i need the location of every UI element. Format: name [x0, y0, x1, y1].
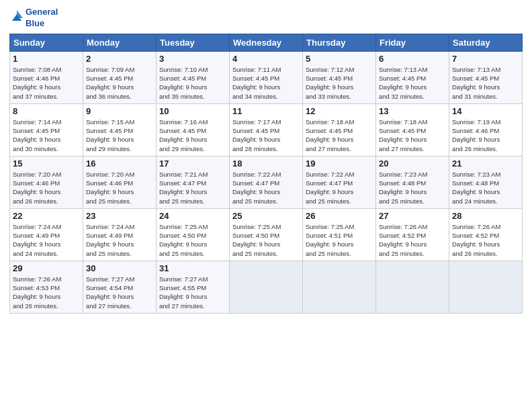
day-info: Sunrise: 7:27 AM Sunset: 4:55 PM Dayligh… — [159, 275, 226, 310]
day-number: 23 — [86, 211, 153, 221]
logo-text: General Blue — [26, 7, 58, 30]
day-info: Sunrise: 7:11 AM Sunset: 4:45 PM Dayligh… — [232, 65, 300, 101]
day-number: 13 — [379, 106, 446, 116]
day-cell: 27Sunrise: 7:26 AM Sunset: 4:52 PM Dayli… — [376, 208, 449, 261]
day-number: 24 — [159, 211, 226, 221]
day-info: Sunrise: 7:08 AM Sunset: 4:46 PM Dayligh… — [13, 65, 80, 101]
logo-line2: Blue — [26, 18, 58, 30]
header-cell-sunday: Sunday — [10, 34, 83, 51]
day-cell: 8Sunrise: 7:14 AM Sunset: 4:45 PM Daylig… — [10, 103, 83, 156]
week-row-1: 1Sunrise: 7:08 AM Sunset: 4:46 PM Daylig… — [10, 51, 523, 103]
day-info: Sunrise: 7:16 AM Sunset: 4:45 PM Dayligh… — [159, 118, 226, 153]
day-cell: 26Sunrise: 7:25 AM Sunset: 4:51 PM Dayli… — [303, 208, 376, 261]
day-info: Sunrise: 7:18 AM Sunset: 4:45 PM Dayligh… — [306, 118, 373, 153]
day-info: Sunrise: 7:26 AM Sunset: 4:53 PM Dayligh… — [13, 275, 80, 310]
day-cell: 19Sunrise: 7:22 AM Sunset: 4:47 PM Dayli… — [303, 156, 376, 208]
day-info: Sunrise: 7:26 AM Sunset: 4:52 PM Dayligh… — [379, 222, 446, 258]
day-number: 15 — [13, 158, 80, 169]
header: General Blue — [9, 7, 523, 30]
day-cell — [449, 261, 523, 313]
logo: General Blue — [9, 7, 58, 30]
day-cell: 3Sunrise: 7:10 AM Sunset: 4:45 PM Daylig… — [157, 51, 230, 103]
day-number: 10 — [159, 106, 226, 116]
day-cell: 2Sunrise: 7:09 AM Sunset: 4:45 PM Daylig… — [83, 51, 157, 103]
day-info: Sunrise: 7:25 AM Sunset: 4:50 PM Dayligh… — [232, 222, 300, 258]
header-row: SundayMondayTuesdayWednesdayThursdayFrid… — [10, 34, 523, 51]
day-info: Sunrise: 7:15 AM Sunset: 4:45 PM Dayligh… — [86, 118, 153, 153]
page: General Blue SundayMondayTuesdayWednesda… — [0, 0, 532, 411]
day-number: 27 — [379, 211, 446, 221]
day-number: 25 — [232, 211, 300, 221]
day-cell: 10Sunrise: 7:16 AM Sunset: 4:45 PM Dayli… — [157, 103, 230, 156]
day-cell: 7Sunrise: 7:13 AM Sunset: 4:45 PM Daylig… — [449, 51, 523, 103]
week-row-4: 22Sunrise: 7:24 AM Sunset: 4:49 PM Dayli… — [10, 208, 523, 261]
day-cell: 17Sunrise: 7:21 AM Sunset: 4:47 PM Dayli… — [157, 156, 230, 208]
day-number: 26 — [306, 211, 373, 221]
day-info: Sunrise: 7:27 AM Sunset: 4:54 PM Dayligh… — [86, 275, 153, 310]
day-number: 31 — [159, 263, 226, 273]
week-row-5: 29Sunrise: 7:26 AM Sunset: 4:53 PM Dayli… — [10, 261, 523, 313]
day-cell: 16Sunrise: 7:20 AM Sunset: 4:46 PM Dayli… — [83, 156, 157, 208]
day-info: Sunrise: 7:10 AM Sunset: 4:45 PM Dayligh… — [159, 65, 226, 101]
day-cell: 31Sunrise: 7:27 AM Sunset: 4:55 PM Dayli… — [157, 261, 230, 313]
day-number: 16 — [86, 158, 153, 169]
day-number: 14 — [452, 106, 519, 116]
day-cell: 24Sunrise: 7:25 AM Sunset: 4:50 PM Dayli… — [157, 208, 230, 261]
week-row-3: 15Sunrise: 7:20 AM Sunset: 4:46 PM Dayli… — [10, 156, 523, 208]
day-number: 22 — [13, 211, 80, 221]
day-cell: 13Sunrise: 7:18 AM Sunset: 4:45 PM Dayli… — [376, 103, 449, 156]
day-cell — [376, 261, 449, 313]
day-info: Sunrise: 7:21 AM Sunset: 4:47 PM Dayligh… — [159, 170, 226, 205]
header-cell-thursday: Thursday — [303, 34, 376, 51]
day-info: Sunrise: 7:25 AM Sunset: 4:50 PM Dayligh… — [159, 222, 226, 258]
day-cell: 30Sunrise: 7:27 AM Sunset: 4:54 PM Dayli… — [83, 261, 157, 313]
day-number: 7 — [452, 54, 519, 64]
header-cell-tuesday: Tuesday — [157, 34, 230, 51]
calendar-table: SundayMondayTuesdayWednesdayThursdayFrid… — [9, 34, 523, 314]
day-number: 2 — [86, 54, 153, 64]
day-info: Sunrise: 7:09 AM Sunset: 4:45 PM Dayligh… — [86, 65, 153, 101]
day-cell: 20Sunrise: 7:23 AM Sunset: 4:48 PM Dayli… — [376, 156, 449, 208]
header-cell-friday: Friday — [376, 34, 449, 51]
day-info: Sunrise: 7:20 AM Sunset: 4:46 PM Dayligh… — [13, 170, 80, 205]
day-info: Sunrise: 7:19 AM Sunset: 4:46 PM Dayligh… — [452, 118, 519, 153]
day-number: 19 — [306, 158, 373, 169]
day-cell: 15Sunrise: 7:20 AM Sunset: 4:46 PM Dayli… — [10, 156, 83, 208]
logo-line1: General — [26, 7, 58, 18]
header-cell-wednesday: Wednesday — [230, 34, 303, 51]
day-cell: 9Sunrise: 7:15 AM Sunset: 4:45 PM Daylig… — [83, 103, 157, 156]
day-number: 29 — [13, 263, 80, 273]
day-number: 11 — [232, 106, 300, 116]
day-info: Sunrise: 7:17 AM Sunset: 4:45 PM Dayligh… — [232, 118, 300, 153]
day-info: Sunrise: 7:25 AM Sunset: 4:51 PM Dayligh… — [306, 222, 373, 258]
day-number: 17 — [159, 158, 226, 169]
day-cell: 28Sunrise: 7:26 AM Sunset: 4:52 PM Dayli… — [449, 208, 523, 261]
header-cell-saturday: Saturday — [449, 34, 523, 51]
day-cell: 14Sunrise: 7:19 AM Sunset: 4:46 PM Dayli… — [449, 103, 523, 156]
day-info: Sunrise: 7:20 AM Sunset: 4:46 PM Dayligh… — [86, 170, 153, 205]
day-cell: 5Sunrise: 7:12 AM Sunset: 4:45 PM Daylig… — [303, 51, 376, 103]
day-info: Sunrise: 7:14 AM Sunset: 4:45 PM Dayligh… — [13, 118, 80, 153]
day-number: 6 — [379, 54, 446, 64]
day-number: 3 — [159, 54, 226, 64]
day-cell: 25Sunrise: 7:25 AM Sunset: 4:50 PM Dayli… — [230, 208, 303, 261]
day-info: Sunrise: 7:26 AM Sunset: 4:52 PM Dayligh… — [452, 222, 519, 258]
day-number: 30 — [86, 263, 153, 273]
day-cell: 23Sunrise: 7:24 AM Sunset: 4:49 PM Dayli… — [83, 208, 157, 261]
day-cell: 21Sunrise: 7:23 AM Sunset: 4:48 PM Dayli… — [449, 156, 523, 208]
day-number: 20 — [379, 158, 446, 169]
day-cell — [230, 261, 303, 313]
day-number: 28 — [452, 211, 519, 221]
day-info: Sunrise: 7:18 AM Sunset: 4:45 PM Dayligh… — [379, 118, 446, 153]
day-cell: 4Sunrise: 7:11 AM Sunset: 4:45 PM Daylig… — [230, 51, 303, 103]
day-number: 9 — [86, 106, 153, 116]
logo-icon — [9, 9, 24, 28]
day-number: 4 — [232, 54, 300, 64]
day-info: Sunrise: 7:13 AM Sunset: 4:45 PM Dayligh… — [379, 65, 446, 101]
day-info: Sunrise: 7:22 AM Sunset: 4:47 PM Dayligh… — [306, 170, 373, 205]
day-cell: 12Sunrise: 7:18 AM Sunset: 4:45 PM Dayli… — [303, 103, 376, 156]
day-cell: 11Sunrise: 7:17 AM Sunset: 4:45 PM Dayli… — [230, 103, 303, 156]
day-info: Sunrise: 7:24 AM Sunset: 4:49 PM Dayligh… — [13, 222, 80, 258]
day-info: Sunrise: 7:22 AM Sunset: 4:47 PM Dayligh… — [232, 170, 300, 205]
day-number: 21 — [452, 158, 519, 169]
